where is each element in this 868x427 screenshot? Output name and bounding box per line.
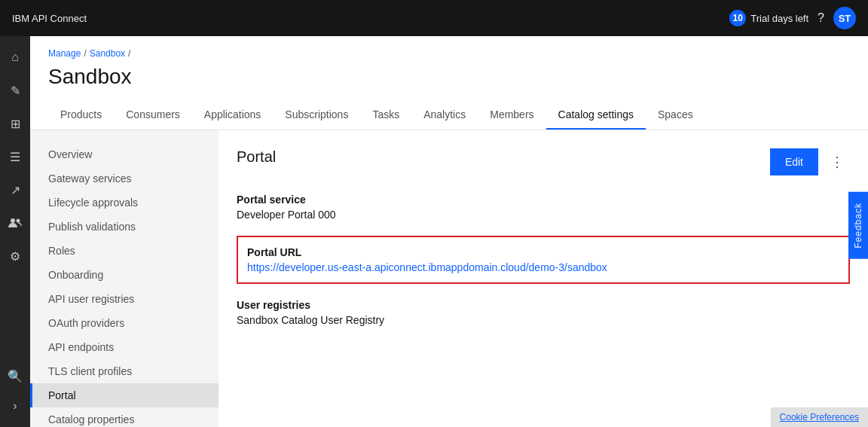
sidebar-icon-analytics[interactable]: ↗	[0, 175, 30, 205]
tab-bar: Products Consumers Applications Subscrip…	[48, 101, 850, 130]
left-nav-oauth-providers[interactable]: OAuth providers	[30, 311, 219, 335]
portal-actions: Edit ⋮	[770, 148, 850, 175]
left-nav-api-user-registries[interactable]: API user registries	[30, 287, 219, 311]
help-icon[interactable]: ?	[818, 11, 824, 25]
tab-members[interactable]: Members	[478, 101, 546, 130]
feedback-sidebar[interactable]: Feedback	[848, 192, 868, 259]
cookie-preferences[interactable]: Cookie Preferences	[771, 407, 868, 427]
sidebar-icon-expand[interactable]: ›	[0, 391, 30, 421]
tab-tasks[interactable]: Tasks	[360, 101, 411, 130]
sidebar-icon-list[interactable]: ☰	[0, 142, 30, 172]
tab-consumers[interactable]: Consumers	[114, 101, 192, 130]
icon-sidebar: ⌂ ✎ ⊞ ☰ ↗ ⚙ 🔍 ›	[0, 36, 30, 427]
body-content: Overview Gateway services Lifecycle appr…	[30, 130, 868, 427]
sidebar-icon-edit[interactable]: ✎	[0, 75, 30, 105]
left-nav-onboarding[interactable]: Onboarding	[30, 263, 219, 287]
left-nav-catalog-properties[interactable]: Catalog properties	[30, 407, 219, 427]
sidebar-icon-grid[interactable]: ⊞	[0, 108, 30, 139]
tab-analytics[interactable]: Analytics	[411, 101, 478, 130]
left-nav-overview[interactable]: Overview	[30, 142, 219, 166]
portal-service-value: Developer Portal 000	[237, 209, 850, 221]
top-nav-right: 10 Trial days left ? ST	[729, 7, 856, 29]
svg-point-1	[17, 219, 20, 223]
left-nav-roles[interactable]: Roles	[30, 239, 219, 263]
breadcrumb-sep-1: /	[84, 48, 86, 59]
portal-url-box: Portal URL https://developer.us-east-a.a…	[237, 236, 850, 284]
portal-url-link[interactable]: https://developer.us-east-a.apiconnect.i…	[247, 261, 607, 273]
sidebar-icon-home[interactable]: ⌂	[0, 42, 30, 72]
edit-button[interactable]: Edit	[770, 148, 818, 175]
tab-spaces[interactable]: Spaces	[646, 101, 705, 130]
main-panel: Portal Edit ⋮ Portal service Developer P…	[219, 130, 868, 427]
page-header: Manage / Sandbox / Sandbox Products Cons…	[30, 36, 868, 130]
left-nav-tls-client-profiles[interactable]: TLS client profiles	[30, 359, 219, 383]
sidebar-icon-settings[interactable]: ⚙	[0, 241, 30, 271]
breadcrumb-sandbox[interactable]: Sandbox	[90, 48, 125, 59]
left-nav-gateway-services[interactable]: Gateway services	[30, 166, 219, 191]
main-layout: ⌂ ✎ ⊞ ☰ ↗ ⚙ 🔍 › Manage / Sandbox / Sandb…	[0, 36, 868, 427]
tab-applications[interactable]: Applications	[192, 101, 274, 130]
left-nav-api-endpoints[interactable]: API endpoints	[30, 335, 219, 359]
top-navigation: IBM API Connect 10 Trial days left ? ST	[0, 0, 868, 36]
left-nav-portal[interactable]: Portal	[30, 383, 219, 407]
portal-container: Portal Edit ⋮ Portal service Developer P…	[237, 148, 850, 326]
sidebar-icon-search[interactable]: 🔍	[0, 361, 30, 391]
top-nav-left: IBM API Connect	[12, 13, 87, 24]
svg-point-0	[11, 218, 15, 223]
tab-subscriptions[interactable]: Subscriptions	[273, 101, 360, 130]
overflow-menu-button[interactable]: ⋮	[824, 151, 850, 173]
trial-label: Trial days left	[750, 13, 808, 24]
portal-header: Portal Edit ⋮	[237, 148, 850, 175]
breadcrumb-sep-2: /	[128, 48, 130, 59]
avatar[interactable]: ST	[833, 7, 856, 29]
tab-products[interactable]: Products	[48, 101, 114, 130]
user-registries-value: Sandbox Catalog User Registry	[237, 314, 850, 326]
portal-url-label: Portal URL	[247, 246, 839, 258]
user-registries-label: User registries	[237, 299, 850, 311]
breadcrumb: Manage / Sandbox /	[48, 48, 850, 59]
breadcrumb-manage[interactable]: Manage	[48, 48, 81, 59]
portal-service-label: Portal service	[237, 194, 850, 206]
sidebar-icon-users[interactable]	[0, 208, 30, 238]
page-title: Sandbox	[48, 65, 850, 89]
app-title: IBM API Connect	[12, 13, 87, 24]
trial-badge: 10 Trial days left	[729, 10, 808, 26]
portal-service-section: Portal service Developer Portal 000	[237, 194, 850, 221]
tab-catalog-settings[interactable]: Catalog settings	[546, 101, 646, 130]
user-registries-section: User registries Sandbox Catalog User Reg…	[237, 299, 850, 326]
content-area: Manage / Sandbox / Sandbox Products Cons…	[30, 36, 868, 427]
portal-section-title: Portal	[237, 148, 276, 166]
trial-days-count: 10	[729, 10, 746, 26]
left-nav-lifecycle-approvals[interactable]: Lifecycle approvals	[30, 191, 219, 215]
left-nav-publish-validations[interactable]: Publish validations	[30, 215, 219, 239]
left-nav: Overview Gateway services Lifecycle appr…	[30, 130, 219, 427]
